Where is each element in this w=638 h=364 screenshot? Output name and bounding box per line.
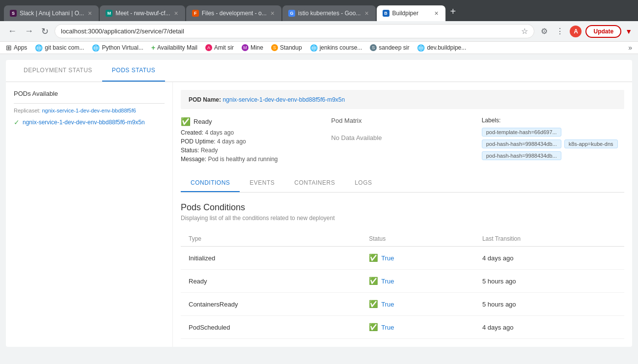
row-3-check-icon: ✅ [369,323,378,332]
bookmark-sandeep[interactable]: S sandeep sir [370,44,409,51]
row-3-status-value: True [381,324,394,331]
browser-chrome: S Slack | Anuj Lohani | O... × M Meet - … [0,0,638,54]
row-0-type: Initialized [181,247,361,270]
tab-slack-close[interactable]: × [87,9,93,17]
tab-buildpiper[interactable]: B Buildpiper × [377,5,445,21]
row-2-status: ✅ True [361,293,474,316]
more-icon[interactable]: ⋮ [554,26,566,37]
row-1-type: Ready [181,270,361,293]
tab-bar: S Slack | Anuj Lohani | O... × M Meet - … [0,0,638,21]
row-0-status-value: True [381,254,394,262]
bookmark-apps[interactable]: ⊞ Apps [6,44,27,52]
pod-check-icon: ✓ [14,118,20,126]
bookmarks-more-icon[interactable]: » [628,44,632,52]
row-0-transition: 4 days ago [474,247,624,270]
row-1-status-value: True [381,278,394,285]
tab-istio-title: istio kubernetes - Goo... [298,10,361,17]
labels-title: Labels: [482,117,624,124]
pods-available-title: PODs Available [14,90,165,97]
pod-status-row: ✅ Ready [181,117,323,126]
buildpiper-favicon: B [383,10,389,17]
pod-status-section: ✅ Ready Created: 4 days ago POD Uptime: … [181,117,323,165]
tab-istio[interactable]: G istio kubernetes - Goo... × [282,5,376,21]
star-icon[interactable]: ☆ [521,27,528,36]
tab-meet-title: Meet - rww-bwuf-cf... [115,10,170,17]
table-row: Initialized ✅ True 4 days ago [181,247,624,270]
table-row: PodScheduled ✅ True 4 days ago [181,316,624,339]
pod-matrix-section: Pod Matrix No Data Available [331,117,473,165]
chevron-down-icon[interactable]: ▼ [625,28,632,35]
replicaset-label: Replicaset: ngnix-service-1-dev-dev-env-… [14,108,165,113]
istio-favicon: G [288,10,295,17]
col-transition: Last Transition [474,231,624,247]
bookmark-avail-mail[interactable]: + Availability Mail [151,44,197,52]
label-tag-2: k8s-app=kube-dns [564,140,618,148]
bookmark-jenkins[interactable]: 🌐 jenkins course... [310,44,362,52]
sub-tab-logs[interactable]: LOGS [345,174,382,192]
url-text: localhost:3000/application/2/service/7/d… [61,28,517,35]
label-tags-container: pod-template-hash=66d697... pod-hash-has… [482,128,624,160]
bookmark-sandeep-label: sandeep sir [379,44,409,51]
tab-slack[interactable]: S Slack | Anuj Lohani | O... × [4,5,99,21]
refresh-button[interactable]: ↻ [39,25,51,38]
bookmark-standup[interactable]: S Standup [271,44,302,51]
bookmark-amit[interactable]: A Amit sir [205,44,234,51]
pod-matrix-title: Pod Matrix [331,117,473,124]
pod-name-link[interactable]: ngnix-service-1-dev-dev-env-bbd88f5f6-m9… [23,119,145,126]
pod-list-item: ✓ ngnix-service-1-dev-dev-env-bbd88f5f6-… [14,118,165,126]
uptime-value: 4 days ago [217,138,246,145]
avatar[interactable]: A [570,26,582,37]
tab-deployment-status[interactable]: DEPLOYMENT STATUS [14,60,102,82]
row-1-transition: 5 hours ago [474,270,624,293]
content-area: PODs Available Replicaset: ngnix-service… [6,82,632,347]
tab-meet-close[interactable]: × [173,9,179,17]
slack-favicon: S [10,10,17,17]
bookmark-standup-label: Standup [280,44,302,51]
toolbar-icons: ⚙ ⋮ A Update ▼ [538,25,632,38]
created-value: 4 days ago [205,129,234,136]
url-bar[interactable]: localhost:3000/application/2/service/7/d… [55,24,534,38]
new-tab-button[interactable]: + [446,4,460,19]
col-status: Status [361,231,474,247]
sub-tab-conditions[interactable]: CONDITIONS [181,174,240,192]
extensions-icon[interactable]: ⚙ [538,26,550,37]
main-tabs: DEPLOYMENT STATUS PODS STATUS [6,60,632,82]
tab-meet[interactable]: M Meet - rww-bwuf-cf... × [100,5,185,21]
message-row: Message: Pod is healthy and running [181,156,323,163]
conditions-title: Pods Conditions [181,202,624,213]
bookmark-mine-icon: M [242,44,249,51]
row-3-transition: 4 days ago [474,316,624,339]
tab-files-title: Files - development - o... [202,10,267,17]
meet-favicon: M [106,10,112,17]
conditions-subtitle: Displaying list of all the conditions re… [181,215,624,222]
tab-buildpiper-close[interactable]: × [433,9,439,17]
update-button[interactable]: Update [585,25,621,38]
created-row: Created: 4 days ago [181,129,323,136]
conditions-table: Type Status Last Transition Initialized … [181,231,624,339]
bookmark-devbuild-label: dev.buildpipe... [427,44,466,51]
conditions-content: Pods Conditions Displaying list of all t… [181,202,624,339]
row-0-check-icon: ✅ [369,253,378,262]
bookmark-amit-label: Amit sir [214,44,234,51]
address-bar: ← → ↻ localhost:3000/application/2/servi… [0,21,638,42]
pod-status-value: Ready [194,118,212,125]
bookmark-python[interactable]: 🌐 Python Virtual... [92,44,143,52]
sub-tab-events[interactable]: EVENTS [240,174,284,192]
tab-files[interactable]: F Files - development - o... × [186,5,281,21]
back-button[interactable]: ← [6,25,19,37]
tab-pods-status[interactable]: PODS STATUS [102,60,165,82]
bookmark-devbuild[interactable]: 🌐 dev.buildpipe... [417,44,466,52]
bookmark-globe-icon-2: 🌐 [92,44,100,52]
no-data-text: No Data Available [331,134,473,141]
tab-files-close[interactable]: × [270,9,276,17]
bookmark-mine[interactable]: M Mine [242,44,263,51]
sub-tab-containers[interactable]: CONTAINERS [284,174,345,192]
pod-info-grid: ✅ Ready Created: 4 days ago POD Uptime: … [181,117,624,165]
bookmark-git[interactable]: 🌐 git basic com... [35,44,84,52]
sidebar: PODs Available Replicaset: ngnix-service… [6,82,173,347]
row-1-status: ✅ True [361,270,474,293]
forward-button[interactable]: → [23,25,35,37]
status-dot-icon: ✅ [181,117,191,126]
tab-istio-close[interactable]: × [363,9,369,17]
row-2-check-icon: ✅ [369,300,378,308]
